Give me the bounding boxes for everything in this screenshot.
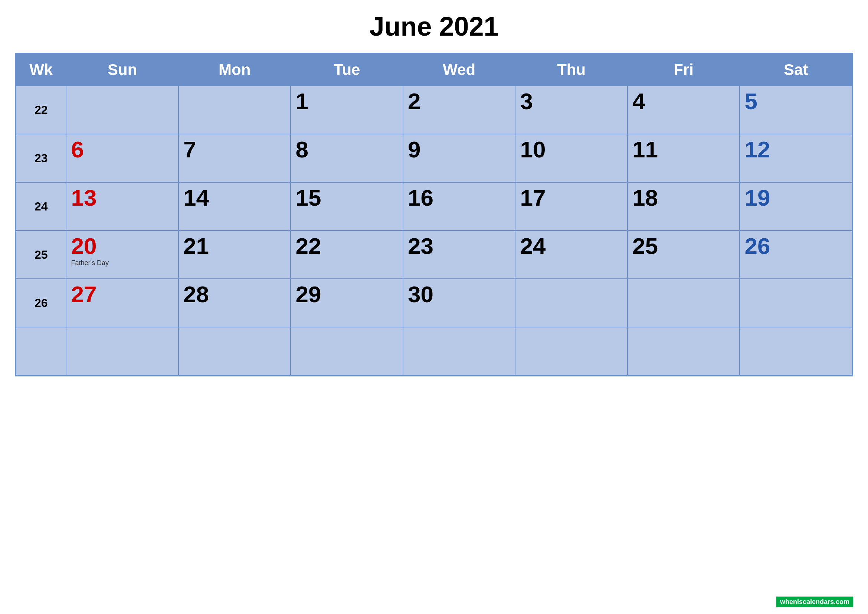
header-thu: Thu [515,54,628,86]
day-cell-23: 23 [403,231,515,279]
empty-last-cell [403,327,515,375]
day-cell-29: 29 [291,279,403,327]
day-number-6: 6 [71,138,174,161]
empty-last-cell [178,327,291,375]
header-tue: Tue [291,54,403,86]
day-cell-9: 9 [403,134,515,182]
day-cell-25: 25 [628,231,740,279]
day-cell-27: 27 [66,279,178,327]
day-number-25: 25 [632,235,735,257]
day-cell-14: 14 [178,182,291,231]
calendar-row-23: 236789101112 [16,134,852,182]
header-wed: Wed [403,54,515,86]
day-number-19: 19 [744,186,847,209]
day-cell-28: 28 [178,279,291,327]
week-number-24: 24 [16,182,66,231]
empty-row [16,327,852,375]
header-sun: Sun [66,54,178,86]
calendar-row-25: 2520Father's Day212223242526 [16,231,852,279]
header-sat: Sat [739,54,852,86]
day-number-9: 9 [408,138,511,161]
empty-last-cell [739,327,852,375]
day-number-5: 5 [744,90,847,113]
day-cell-17: 17 [515,182,628,231]
day-number-1: 1 [295,90,398,113]
day-cell-15: 15 [291,182,403,231]
day-cell-5: 5 [739,86,852,134]
empty-cell [628,279,740,327]
day-note-20: Father's Day [71,259,174,267]
day-number-29: 29 [295,283,398,306]
day-cell-4: 4 [628,86,740,134]
empty-cell [66,86,178,134]
day-number-28: 28 [183,283,286,306]
empty-cell [515,279,628,327]
day-number-4: 4 [632,90,735,113]
day-cell-7: 7 [178,134,291,182]
day-number-21: 21 [183,235,286,257]
watermark-text: wheniscalendars.com [780,598,849,605]
empty-last-cell [291,327,403,375]
day-number-30: 30 [408,283,511,306]
day-cell-21: 21 [178,231,291,279]
day-number-24: 24 [520,235,623,257]
empty-last-cell [66,327,178,375]
day-cell-3: 3 [515,86,628,134]
day-number-13: 13 [71,186,174,209]
calendar-row-26: 2627282930 [16,279,852,327]
page-title: June 2021 [369,11,498,42]
day-cell-11: 11 [628,134,740,182]
day-cell-13: 13 [66,182,178,231]
day-cell-22: 22 [291,231,403,279]
day-number-15: 15 [295,186,398,209]
day-cell-26: 26 [739,231,852,279]
day-cell-2: 2 [403,86,515,134]
empty-cell [739,279,852,327]
calendar-container: Wk Sun Mon Tue Wed Thu Fri Sat 221234523… [15,53,853,377]
day-number-20: 20 [71,235,174,257]
day-cell-19: 19 [739,182,852,231]
day-cell-16: 16 [403,182,515,231]
calendar-table: Wk Sun Mon Tue Wed Thu Fri Sat 221234523… [16,53,852,376]
calendar-row-22: 2212345 [16,86,852,134]
day-number-12: 12 [744,138,847,161]
week-number-25: 25 [16,231,66,279]
day-number-22: 22 [295,235,398,257]
week-number-26: 26 [16,279,66,327]
day-cell-1: 1 [291,86,403,134]
day-number-10: 10 [520,138,623,161]
day-cell-30: 30 [403,279,515,327]
day-number-11: 11 [632,138,735,161]
empty-cell [178,86,291,134]
day-number-26: 26 [744,235,847,257]
empty-last-cell [515,327,628,375]
day-number-23: 23 [408,235,511,257]
day-cell-8: 8 [291,134,403,182]
header-mon: Mon [178,54,291,86]
day-number-2: 2 [408,90,511,113]
day-cell-10: 10 [515,134,628,182]
watermark-link[interactable]: wheniscalendars.com [777,597,853,607]
day-cell-12: 12 [739,134,852,182]
day-number-8: 8 [295,138,398,161]
calendar-row-24: 2413141516171819 [16,182,852,231]
day-number-3: 3 [520,90,623,113]
week-number-23: 23 [16,134,66,182]
day-number-18: 18 [632,186,735,209]
day-cell-18: 18 [628,182,740,231]
day-cell-20: 20Father's Day [66,231,178,279]
day-cell-6: 6 [66,134,178,182]
day-number-7: 7 [183,138,286,161]
week-number-22: 22 [16,86,66,134]
day-number-14: 14 [183,186,286,209]
empty-last-cell [16,327,66,375]
empty-last-cell [628,327,740,375]
day-number-17: 17 [520,186,623,209]
day-number-27: 27 [71,283,174,306]
header-wk: Wk [16,54,66,86]
day-cell-24: 24 [515,231,628,279]
day-number-16: 16 [408,186,511,209]
header-row: Wk Sun Mon Tue Wed Thu Fri Sat [16,54,852,86]
header-fri: Fri [628,54,740,86]
